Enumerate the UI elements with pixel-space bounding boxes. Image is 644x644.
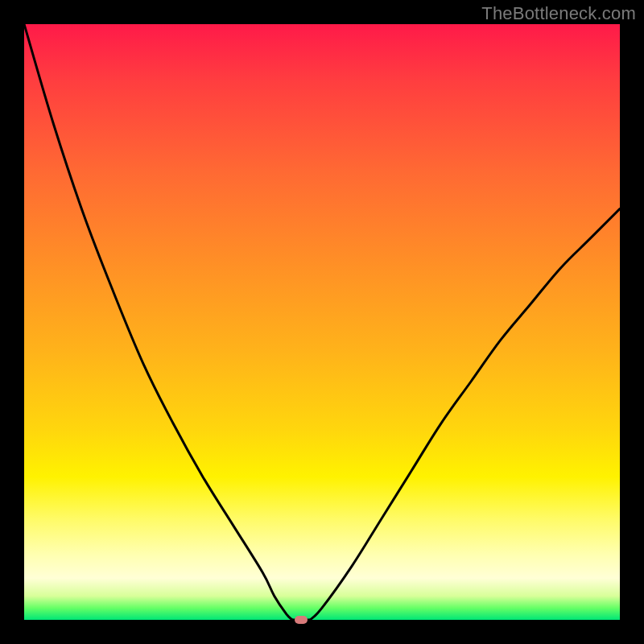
trough-marker: [295, 616, 308, 624]
chart-frame: TheBottleneck.com: [0, 0, 644, 644]
curve-svg: [24, 24, 620, 620]
watermark-text: TheBottleneck.com: [481, 3, 636, 24]
plot-area: [24, 24, 620, 620]
curve-right: [310, 208, 620, 620]
curve-left: [24, 24, 292, 620]
